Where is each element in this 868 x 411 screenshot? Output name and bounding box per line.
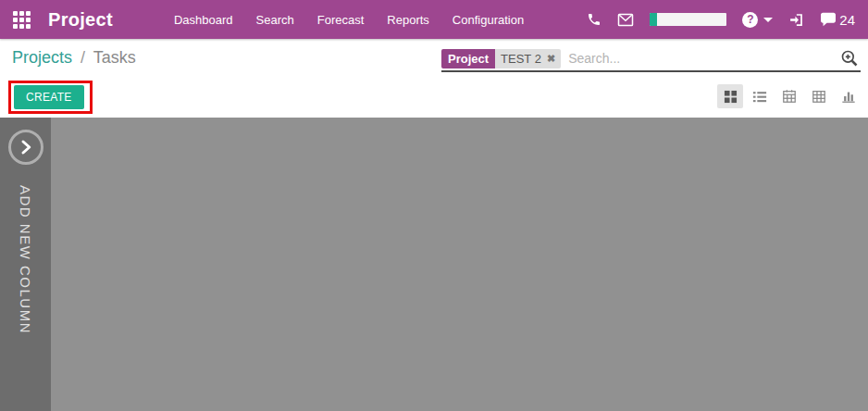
messages-menu[interactable]: 24: [820, 12, 855, 28]
breadcrumb-current-tasks: Tasks: [93, 48, 136, 67]
envelope-icon[interactable]: [617, 13, 634, 27]
search-input[interactable]: [568, 51, 840, 66]
breadcrumb: Projects / Tasks: [12, 48, 136, 68]
app-title: Project: [48, 9, 113, 31]
control-panel: CREATE: [0, 79, 868, 118]
top-navbar: Project Dashboard Search Forecast Report…: [0, 0, 868, 39]
phone-icon[interactable]: [587, 12, 601, 27]
pivot-view-icon[interactable]: [806, 84, 832, 108]
kanban-background: ADD NEW COLUMN: [0, 118, 868, 411]
menu-item-forecast[interactable]: Forecast: [316, 9, 366, 31]
view-switcher: [717, 84, 862, 108]
sign-in-icon[interactable]: [788, 12, 804, 28]
breadcrumb-link-projects[interactable]: Projects: [12, 48, 72, 67]
create-button[interactable]: CREATE: [14, 85, 84, 109]
kanban-view-icon[interactable]: [717, 84, 743, 108]
breadcrumb-separator: /: [81, 48, 85, 67]
message-count-badge: 24: [839, 12, 855, 28]
breadcrumb-row: Projects / Tasks Project TEST 2 ✖: [0, 39, 868, 79]
calendar-view-icon[interactable]: [776, 84, 802, 108]
search-bar: Project TEST 2 ✖: [441, 46, 861, 72]
help-icon[interactable]: ?: [742, 12, 758, 28]
add-new-column-label[interactable]: ADD NEW COLUMN: [18, 185, 33, 334]
menu-item-reports[interactable]: Reports: [385, 9, 431, 31]
facet-remove-icon[interactable]: ✖: [547, 53, 555, 65]
add-new-column-rail[interactable]: ADD NEW COLUMN: [0, 118, 51, 411]
menu-item-dashboard[interactable]: Dashboard: [172, 9, 235, 31]
main-menu: Dashboard Search Forecast Reports Config…: [172, 9, 526, 31]
systray: ? 24: [587, 12, 861, 28]
expand-arrow-icon[interactable]: [8, 130, 43, 165]
help-menu[interactable]: ?: [742, 12, 773, 28]
red-annotation-box: CREATE: [8, 81, 93, 114]
search-facet: Project TEST 2 ✖: [441, 49, 561, 68]
facet-value-text: TEST 2: [501, 52, 541, 66]
facet-value: TEST 2 ✖: [495, 49, 561, 68]
menu-item-search[interactable]: Search: [254, 9, 296, 31]
caret-down-icon: [763, 18, 773, 22]
zoom-in-icon[interactable]: [840, 49, 859, 68]
graph-view-icon[interactable]: [836, 84, 862, 108]
timer-progress-segment: [650, 13, 657, 26]
menu-item-configuration[interactable]: Configuration: [451, 9, 526, 31]
timer-indicator[interactable]: [650, 13, 726, 26]
comment-icon: [820, 12, 837, 27]
list-view-icon[interactable]: [747, 84, 773, 108]
apps-grid-icon[interactable]: [13, 11, 31, 29]
facet-label: Project: [441, 49, 495, 68]
app-window: Project Dashboard Search Forecast Report…: [0, 0, 868, 411]
